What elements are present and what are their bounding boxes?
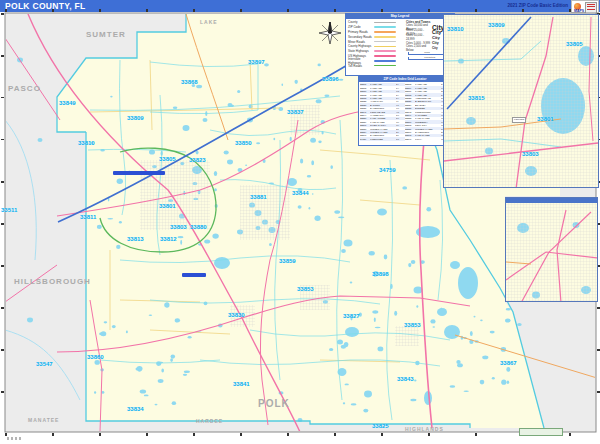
zip-code-label: 33823 <box>189 157 206 163</box>
zip-index-row: 34759 KISSIMMEE D8 <box>360 137 405 140</box>
legend-line-sample <box>374 22 396 24</box>
legend-line-sample <box>374 26 396 28</box>
zip-code-label: 33896 <box>322 76 339 82</box>
zip-code-label: 33803 <box>170 224 187 230</box>
zip-code-label: 33898 <box>372 271 389 277</box>
county-label: SUMTER <box>86 30 126 39</box>
map-source-note <box>519 428 563 436</box>
zip-index-panel: ZIP Code Index Grid Locator 33801 LAKELA… <box>358 76 452 146</box>
zip-code-label: 33860 <box>87 354 104 360</box>
zip-code-label: 33830 <box>228 312 245 318</box>
zip-code-label: 33811 <box>80 214 96 220</box>
zip-code-label: 33815 <box>468 95 485 101</box>
legend-line-sample <box>374 65 396 67</box>
zip-code-label: 33849 <box>59 100 76 106</box>
county-label: POLK <box>258 398 290 409</box>
legend-line-sample <box>374 46 396 48</box>
zip-code-label: 33801 <box>159 203 176 209</box>
zip-code-label: 33805 <box>566 41 583 47</box>
zip-code-label: 33547 <box>36 361 53 367</box>
zip-code-label: 33867 <box>500 360 517 366</box>
secondary-inset-map <box>505 197 598 302</box>
map-legend-panel: Map Legend County ZIP Code Primary Ro <box>345 13 455 76</box>
zip-code-label: 33853 <box>404 322 421 328</box>
county-label: HILLSBOROUGH <box>14 277 91 286</box>
legend-items: County ZIP Code Primary Roads Se <box>346 19 405 69</box>
zip-code-label: 33880 <box>190 224 207 230</box>
zip-code-label: 33809 <box>127 115 144 121</box>
highlight-segment <box>113 171 165 175</box>
zip-code-label: 33850 <box>235 140 252 146</box>
county-label: HIGHLANDS <box>405 426 444 432</box>
zip-code-label: 33834 <box>127 406 144 412</box>
zip-code-label: 33837 <box>287 109 304 115</box>
county-label: PASCO <box>8 84 41 93</box>
zip-code-label: 33803 <box>522 151 539 157</box>
legend-line-sample <box>374 50 396 52</box>
county-label: HARDEE <box>196 418 223 424</box>
zip-code-label: 33813 <box>127 236 144 242</box>
legend-line-sample <box>374 41 396 43</box>
zip-code-label: 33844 <box>292 190 309 196</box>
zip-code-label: 33859 <box>279 258 296 264</box>
zip-code-label: 33810 <box>78 140 95 146</box>
highlight-segment <box>182 273 206 277</box>
legend-line-sample <box>374 60 396 62</box>
legend-line-sample <box>374 36 396 38</box>
zip-code-label: 33805 <box>159 156 176 162</box>
zip-code-label: 33801 <box>537 116 554 122</box>
zip-code-label: 33825 <box>372 423 389 429</box>
zip-code-label: 33511 <box>1 207 17 213</box>
zip-index-body: 33801 LAKELAND E4 33803 LAKELAND E4 3380… <box>359 82 451 142</box>
zip-code-label: 33827 <box>343 313 360 319</box>
zip-code-label: 33843 <box>397 376 414 382</box>
county-label: LAKE <box>200 19 218 25</box>
legend-line-sample <box>374 55 396 57</box>
zip-code-label: 33881 <box>250 194 267 200</box>
zip-code-label: 33809 <box>488 22 505 28</box>
county-label: MANATEE <box>28 417 59 423</box>
legend-line-sample <box>374 31 396 33</box>
zip-code-label: 33812 <box>160 236 177 242</box>
zip-code-label: 33897 <box>248 59 265 65</box>
zip-code-label: 33853 <box>297 286 314 292</box>
zip-code-label: 33841 <box>233 381 250 387</box>
polk-county-zip-map-page: POLK COUNTY, FL 2021 ZIP Code Basic Edit… <box>0 0 600 444</box>
zip-code-label: 34759 <box>379 167 396 173</box>
zip-code-label: 33868 <box>181 79 198 85</box>
legend-row: Toll Roads <box>348 63 403 68</box>
lakeland-town-label: Lakeland <box>512 117 526 123</box>
copyright-smudge <box>7 437 23 440</box>
zip-code-label: 33810 <box>447 26 464 32</box>
